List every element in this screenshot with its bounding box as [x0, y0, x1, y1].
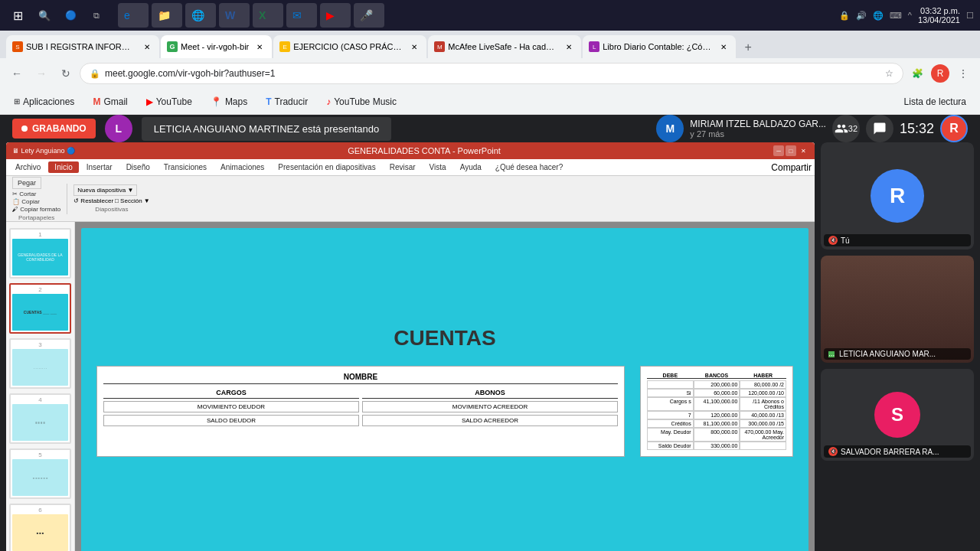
ppt-paste-btn[interactable]: Pegar — [12, 177, 41, 189]
back-button[interactable]: ← — [6, 63, 28, 84]
taskbar-chrome[interactable]: 🌐 — [185, 3, 216, 28]
participant-main-user: R 🔇 Tú — [821, 142, 974, 249]
slide-thumb-5[interactable]: 5 = = = = = = — [9, 448, 71, 499]
tab-4-favicon: M — [434, 41, 445, 52]
taskbar-word[interactable]: W — [219, 3, 250, 28]
mic-off-icon-salvador: 🔇 — [828, 447, 838, 456]
task-view-icon[interactable]: ⧉ — [86, 5, 107, 26]
slide-num-3: 3 — [12, 341, 68, 348]
forward-button[interactable]: → — [31, 63, 52, 84]
mic-on-indicator-leticia: ··· — [828, 351, 835, 357]
slide-thumb-2[interactable]: 2 CUENTAS ___ ___ — [9, 283, 71, 334]
bancos-row-5: May. Deudor 800,000.00 470,000.00 May. A… — [647, 428, 786, 442]
refresh-button[interactable]: ↻ — [55, 63, 77, 84]
taskbar-right: 🔒 🔊 🌐 ⌨ ^ 03:32 p.m. 13/04/2021 ☐ — [839, 6, 974, 24]
tab-1[interactable]: S SUB I REGISTRA INFORMACI... ✕ — [6, 35, 159, 58]
tab-2-close[interactable]: ✕ — [253, 41, 266, 53]
new-tab-button[interactable]: + — [737, 37, 759, 58]
taskbar-mic[interactable]: 🎤 — [354, 3, 384, 28]
ppt-maximize-btn[interactable]: □ — [786, 145, 796, 156]
tab-2-favicon: G — [167, 41, 178, 52]
ppt-format-painter-btn[interactable]: 🖌 Copiar formato — [12, 206, 60, 213]
bookmark-reading-list[interactable]: Lista de lectura — [900, 95, 971, 109]
mic-off-icon-user: 🔇 — [828, 236, 838, 245]
tab-3-close[interactable]: ✕ — [408, 41, 420, 53]
bookmark-youtube[interactable]: ▶ YouTube — [142, 95, 197, 109]
bookmark-youtube-music[interactable]: ♪ YouTube Music — [322, 95, 401, 109]
address-bar[interactable]: 🔒 meet.google.com/vir-vgoh-bir?authuser=… — [80, 63, 903, 84]
ppt-reset-btn[interactable]: ↺ Restablecer — [74, 197, 113, 204]
ppt-cut-btn[interactable]: ✂ Cortar — [12, 191, 60, 197]
slide-preview-4: ≡ ≡ ≡ ≡ — [12, 404, 68, 441]
tab-5[interactable]: L Libro Diario Contable: ¿Cóm... ✕ — [583, 35, 736, 58]
tab-3-label: EJERCICIO (CASO PRÁCTICO) — [293, 42, 403, 51]
extensions-btn[interactable]: 🧩 — [906, 63, 928, 84]
ppt-tab-inicio[interactable]: Inicio — [48, 161, 78, 173]
tab-1-close[interactable]: ✕ — [141, 41, 153, 53]
tab-5-close[interactable]: ✕ — [717, 41, 730, 53]
bookmark-apps[interactable]: ⊞ Aplicaciones — [9, 95, 79, 109]
participant-name-label-salvador: SALVADOR BARRERA RA... — [841, 448, 939, 456]
bookmark-traducir[interactable]: T Traducir — [261, 95, 312, 109]
taskbar-mail[interactable]: ✉ — [286, 3, 317, 28]
presenter-info: LETICIA ANGUIANO MARTINEZ está presentan… — [142, 117, 392, 141]
ppt-tab-archivo[interactable]: Archivo — [9, 161, 47, 173]
profile-btn[interactable]: R — [931, 64, 949, 83]
bancos-haber-3: 40,000.00 /13 — [740, 411, 786, 419]
taskbar-file-explorer[interactable]: 📁 — [152, 3, 182, 28]
ppt-tab-ayuda[interactable]: Ayuda — [454, 161, 488, 173]
ppt-new-slide-btn[interactable]: Nueva diapositiva ▼ — [74, 184, 137, 196]
taskbar-edge[interactable]: e — [118, 3, 149, 28]
slide-preview-2: CUENTAS ___ ___ — [12, 294, 68, 331]
user-avatar[interactable]: R — [940, 115, 968, 142]
slide-thumb-1[interactable]: 1 GENERALIDADES DE LA CONTABILIDAD — [9, 228, 71, 279]
ppt-tab-diseno[interactable]: Diseño — [120, 161, 156, 173]
cortana-icon[interactable]: 🔵 — [60, 5, 81, 26]
ppt-close-btn[interactable]: ✕ — [798, 145, 808, 156]
ppt-tab-revisar[interactable]: Revisar — [384, 161, 422, 173]
bookmark-maps-label: Maps — [225, 96, 247, 107]
participant-name-user: 🔇 Tú — [824, 234, 971, 246]
meeting-time: 15:32 — [900, 121, 934, 137]
bookmark-gmail[interactable]: M Gmail — [88, 95, 132, 109]
saldo-acreedor: SALDO ACREEDOR — [362, 415, 618, 426]
ppt-canvas[interactable]: CUENTAS NOMBRE CARGOS ABONOS — [75, 222, 815, 551]
menu-btn[interactable]: ⋮ — [952, 63, 974, 84]
ppt-portapapeles-label: Portapapeles — [12, 214, 60, 221]
start-button[interactable]: ⊞ — [6, 4, 29, 27]
slide-thumb-6[interactable]: 6 ■ ■ ■ — [9, 504, 71, 551]
taskbar-excel[interactable]: X — [253, 3, 283, 28]
ppt-tab-search[interactable]: ¿Qué desea hacer? — [489, 161, 569, 173]
ppt-share-btn[interactable]: Compartir — [771, 162, 812, 173]
taskbar-youtube[interactable]: ▶ — [320, 3, 351, 28]
slide-thumb-3[interactable]: 3 . . . . . . . . — [9, 338, 71, 389]
ppt-copy-btn[interactable]: 📋 Copiar — [12, 198, 60, 205]
ppt-section-btn[interactable]: □ Sección ▼ — [115, 197, 150, 204]
ppt-window: 🖥 Lety Anguiano 🔵 GENERALIDADES CONTA - … — [6, 142, 815, 551]
ppt-win-btns: ─ □ ✕ — [773, 145, 808, 156]
miriam-info: MIRIAM ITZEL BALDAZO GAR... y 27 más — [690, 119, 826, 139]
ppt-tab-presentacion[interactable]: Presentación en diapositivas — [272, 161, 381, 173]
bancos-row-2: Cargos s 41,100,000.00 /11 Abonos o Créd… — [647, 397, 786, 411]
tab-4[interactable]: M McAfee LiveSafe - Ha caduc... ✕ — [428, 35, 581, 58]
ppt-tab-transiciones[interactable]: Transiciones — [158, 161, 213, 173]
tab-4-close[interactable]: ✕ — [563, 41, 575, 53]
ppt-tab-animaciones[interactable]: Animaciones — [214, 161, 270, 173]
tab-2[interactable]: G Meet - vir-vgoh-bir ✕ — [161, 35, 272, 58]
tab-3[interactable]: E EJERCICIO (CASO PRÁCTICO) ✕ — [273, 35, 426, 58]
participant-name-salvador: 🔇 SALVADOR BARRERA RA... — [824, 445, 971, 458]
search-taskbar[interactable]: 🔍 — [34, 5, 55, 26]
bookmark-maps[interactable]: 📍 Maps — [206, 95, 252, 109]
ppt-tab-insertar[interactable]: Insertar — [80, 161, 119, 173]
ppt-tab-vista[interactable]: Vista — [423, 161, 452, 173]
ppt-minimize-btn[interactable]: ─ — [773, 145, 784, 156]
bookmark-icon[interactable]: ☆ — [885, 68, 893, 79]
secure-icon: 🔒 — [90, 69, 100, 79]
participants-btn[interactable]: 32 — [832, 115, 860, 142]
slide-preview-1: GENERALIDADES DE LA CONTABILIDAD — [12, 239, 68, 276]
participant-card-salvador: S 🔇 SALVADOR BARRERA RA... — [821, 369, 974, 461]
bancos-mid-6: 330,000.00 — [694, 442, 740, 450]
chat-btn[interactable] — [866, 115, 893, 142]
slide-thumb-4[interactable]: 4 ≡ ≡ ≡ ≡ — [9, 393, 71, 444]
system-clock[interactable]: 03:32 p.m. 13/04/2021 — [918, 6, 960, 24]
